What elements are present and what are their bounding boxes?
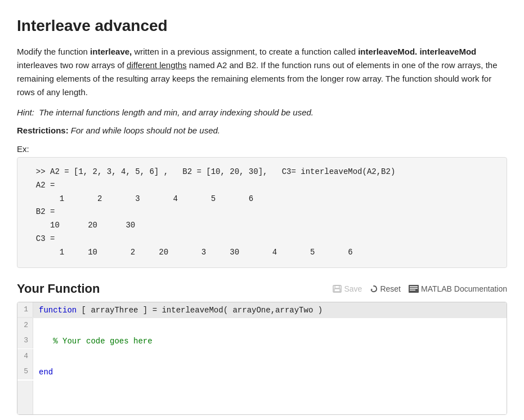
matlab-docs-label: MATLAB Documentation xyxy=(421,284,507,293)
editor-line-5: 5 end xyxy=(17,364,507,381)
line-number-2: 2 xyxy=(17,318,33,333)
restrictions-text: Restrictions: For and while loops should… xyxy=(17,124,507,137)
editor-line-2: 2 xyxy=(17,318,507,333)
example-code-block: >> A2 = [1, 2, 3, 4, 5, 6] , B2 = [10, 2… xyxy=(17,157,507,268)
svg-rect-7 xyxy=(410,289,415,291)
matlab-docs-button[interactable]: MATLAB Documentation xyxy=(409,284,507,293)
reset-icon xyxy=(370,285,378,293)
your-function-section-header: Your Function Save Reset MATLAB xyxy=(17,282,507,296)
line-content-1: function [ arrayThree ] = interleaveMod(… xyxy=(33,302,507,319)
save-button[interactable]: Save xyxy=(333,284,362,293)
line-number-1: 1 xyxy=(17,302,33,318)
svg-rect-6 xyxy=(410,288,418,289)
hint-text: Hint: The internal functions length and … xyxy=(17,106,507,119)
editor-line-4: 4 xyxy=(17,349,507,364)
svg-rect-2 xyxy=(334,289,340,292)
reset-button[interactable]: Reset xyxy=(370,284,401,293)
line-number-5: 5 xyxy=(17,364,33,379)
line-content-3: % Your code goes here xyxy=(33,333,507,350)
description-text: Modify the function interleave, written … xyxy=(17,45,507,99)
line-content-5: end xyxy=(33,364,507,381)
your-function-title: Your Function xyxy=(17,282,100,296)
editor-filler xyxy=(17,381,507,414)
example-label: Ex: xyxy=(17,144,507,154)
function-editor[interactable]: 1 function [ arrayThree ] = interleaveMo… xyxy=(17,302,507,415)
line-content-2 xyxy=(33,318,507,320)
reset-label: Reset xyxy=(380,284,401,293)
matlab-icon xyxy=(409,285,419,293)
line-number-4: 4 xyxy=(17,349,33,364)
page-title: Interleave advanced xyxy=(17,17,507,35)
save-label: Save xyxy=(344,284,362,293)
line-content-4 xyxy=(33,349,507,351)
svg-marker-3 xyxy=(371,288,373,290)
your-function-actions: Save Reset MATLAB Documentation xyxy=(333,284,507,293)
editor-line-1: 1 function [ arrayThree ] = interleaveMo… xyxy=(17,302,507,319)
svg-rect-5 xyxy=(410,286,418,287)
save-icon xyxy=(333,285,342,293)
line-number-3: 3 xyxy=(17,333,33,348)
editor-line-3: 3 % Your code goes here xyxy=(17,333,507,350)
